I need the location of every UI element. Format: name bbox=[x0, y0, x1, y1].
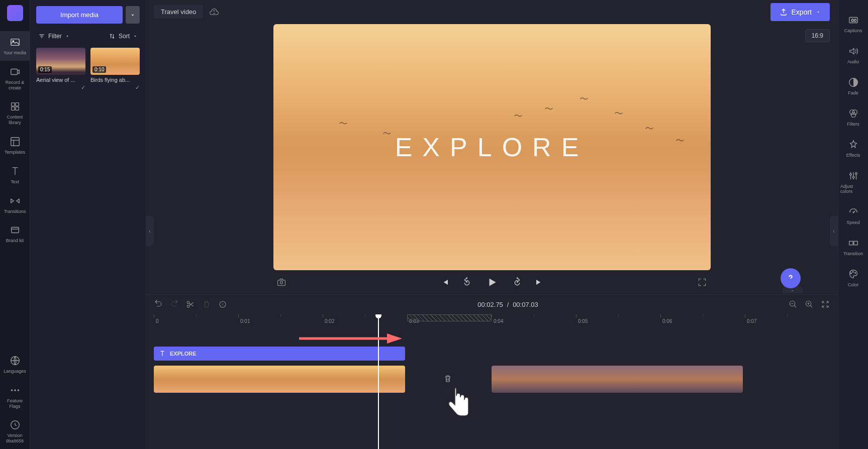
fade-icon bbox=[847, 76, 859, 88]
import-media-button[interactable]: Import media bbox=[36, 6, 123, 24]
svg-text:CC: CC bbox=[851, 18, 856, 23]
sidebar-label: Content library bbox=[2, 115, 28, 126]
right-label: Filters bbox=[847, 122, 859, 127]
sidebar-label: Brand kit bbox=[6, 238, 24, 244]
svg-point-40 bbox=[849, 173, 851, 175]
media-duration: 0:10 bbox=[92, 66, 106, 73]
sidebar-item-text[interactable]: Text bbox=[0, 160, 30, 190]
svg-rect-6 bbox=[15, 107, 18, 110]
sidebar-item-languages[interactable]: Languages bbox=[0, 350, 30, 379]
fit-timeline-button[interactable] bbox=[821, 300, 830, 309]
svg-point-44 bbox=[855, 173, 857, 175]
collapse-media-panel[interactable]: ‹ bbox=[146, 216, 154, 246]
skip-back-button[interactable] bbox=[440, 277, 450, 287]
cloud-sync-icon[interactable] bbox=[209, 7, 219, 17]
right-label: Speed bbox=[846, 220, 859, 225]
zoom-out-button[interactable] bbox=[789, 300, 798, 309]
filter-icon bbox=[38, 33, 45, 40]
text-track[interactable]: EXPLORE bbox=[154, 347, 830, 361]
record-icon bbox=[9, 66, 21, 78]
svg-point-37 bbox=[852, 110, 857, 115]
right-item-color[interactable]: Color bbox=[838, 262, 868, 293]
right-label: Transition bbox=[843, 251, 863, 256]
svg-point-38 bbox=[851, 113, 855, 117]
captions-icon: CC bbox=[847, 14, 859, 26]
svg-point-42 bbox=[852, 176, 854, 178]
sidebar-item-record[interactable]: Record & create bbox=[0, 61, 30, 96]
sort-button[interactable]: Sort bbox=[107, 31, 140, 42]
sort-icon bbox=[109, 33, 116, 40]
ruler-label: 0:05 bbox=[578, 318, 588, 324]
media-duration: 0:15 bbox=[38, 66, 52, 73]
svg-rect-19 bbox=[278, 280, 285, 286]
main-area: Travel video Export 16:9 〜 〜 〜 〜 〜 〜 〜 〜… bbox=[146, 0, 838, 449]
text-icon bbox=[9, 165, 21, 177]
project-name[interactable]: Travel video bbox=[154, 5, 203, 19]
timeline-gap[interactable] bbox=[405, 366, 492, 393]
media-item[interactable]: 0:10 Birds flying ab... ✓ bbox=[90, 48, 140, 83]
version-icon bbox=[9, 419, 21, 431]
selection-range[interactable] bbox=[407, 314, 492, 321]
timeline-ruler[interactable]: 0 0:01 0:02 0:03 0:04 0:05 0:06 0:07 bbox=[154, 314, 830, 326]
redo-button[interactable] bbox=[170, 300, 179, 309]
video-track[interactable] bbox=[154, 366, 830, 393]
snapshot-button[interactable] bbox=[276, 277, 286, 287]
sidebar-item-content-library[interactable]: Content library bbox=[0, 95, 30, 131]
right-item-transition[interactable]: Transition bbox=[838, 231, 868, 262]
svg-line-30 bbox=[810, 305, 812, 307]
undo-button[interactable] bbox=[154, 300, 163, 309]
app-logo[interactable] bbox=[7, 5, 23, 21]
export-button[interactable]: Export bbox=[770, 3, 830, 21]
right-label: Adjust colors bbox=[840, 184, 866, 194]
ruler-label: 0:04 bbox=[494, 318, 503, 324]
filter-button[interactable]: Filter bbox=[36, 31, 72, 42]
right-label: Color bbox=[848, 282, 859, 287]
svg-point-49 bbox=[850, 273, 851, 274]
upload-icon bbox=[780, 8, 788, 16]
right-sidebar: CC Captions Audio Fade Filters Effects A… bbox=[838, 0, 868, 449]
right-item-filters[interactable]: Filters bbox=[838, 101, 868, 133]
right-item-effects[interactable]: Effects bbox=[838, 133, 868, 164]
text-clip-label: EXPLORE bbox=[170, 351, 197, 357]
collapse-properties-panel[interactable]: ‹ bbox=[830, 216, 838, 246]
fullscreen-button[interactable] bbox=[697, 277, 707, 287]
text-clip[interactable]: EXPLORE bbox=[154, 347, 405, 361]
sidebar-item-templates[interactable]: Templates bbox=[0, 131, 30, 160]
preview-canvas[interactable]: 〜 〜 〜 〜 〜 〜 〜 〜 EXPLORE bbox=[273, 24, 711, 270]
right-item-fade[interactable]: Fade bbox=[838, 70, 868, 101]
video-clip-2[interactable] bbox=[492, 366, 743, 393]
split-button[interactable] bbox=[186, 300, 195, 309]
import-dropdown-button[interactable] bbox=[126, 6, 140, 24]
play-button[interactable] bbox=[484, 274, 501, 291]
aspect-ratio-button[interactable]: 16:9 bbox=[805, 29, 830, 42]
svg-point-51 bbox=[854, 272, 855, 273]
playhead[interactable] bbox=[378, 314, 379, 449]
delete-gap-button[interactable] bbox=[443, 374, 453, 384]
sidebar-item-your-media[interactable]: Your media bbox=[0, 31, 30, 61]
player-controls bbox=[146, 270, 838, 294]
right-item-captions[interactable]: CC Captions bbox=[838, 8, 868, 39]
video-clip-1[interactable] bbox=[154, 366, 405, 393]
speed-icon bbox=[847, 206, 859, 218]
right-label: Fade bbox=[848, 90, 858, 95]
adjust-icon bbox=[847, 170, 859, 182]
sidebar-item-transitions[interactable]: Transitions bbox=[0, 190, 30, 219]
crop-button[interactable] bbox=[218, 300, 227, 309]
sidebar-item-version[interactable]: Version 9ba8658 bbox=[0, 414, 30, 449]
zoom-in-button[interactable] bbox=[805, 300, 814, 309]
media-item[interactable]: 0:15 Aerial view of ... ✓ bbox=[36, 48, 85, 83]
sidebar-item-feature-flags[interactable]: Feature Flags bbox=[0, 379, 30, 414]
delete-button[interactable] bbox=[202, 300, 211, 309]
sidebar-item-brand-kit[interactable]: Brand kit bbox=[0, 219, 30, 249]
chevron-down-icon bbox=[133, 34, 138, 39]
right-item-audio[interactable]: Audio bbox=[838, 39, 868, 70]
forward-button[interactable] bbox=[512, 277, 523, 288]
ruler-label: 0:06 bbox=[662, 318, 672, 324]
help-button[interactable] bbox=[781, 268, 801, 288]
right-item-adjust-colors[interactable]: Adjust colors bbox=[838, 164, 868, 200]
rewind-button[interactable] bbox=[461, 277, 472, 288]
timeline-area[interactable]: 0 0:01 0:02 0:03 0:04 0:05 0:06 0:07 bbox=[146, 314, 838, 449]
media-thumbnail: 0:10 bbox=[90, 48, 140, 75]
skip-forward-button[interactable] bbox=[534, 277, 544, 287]
right-item-speed[interactable]: Speed bbox=[838, 200, 868, 231]
